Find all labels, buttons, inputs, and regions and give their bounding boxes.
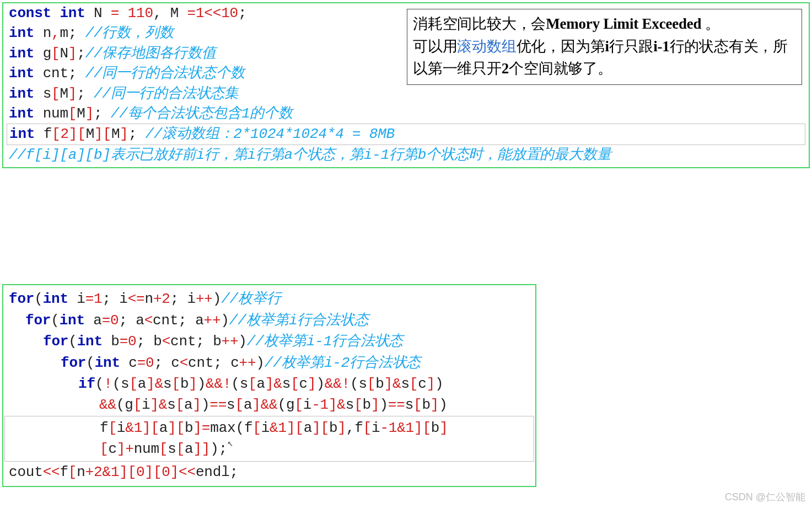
- callout-text: 个空间就够了。: [509, 60, 612, 77]
- code-line-highlight: f[i&1][a][b]=max(f[i&1][a][b],f[i-1&1][b…: [4, 416, 534, 462]
- callout-i: i: [605, 38, 609, 55]
- callout-roll: 滚动数组: [457, 38, 516, 55]
- code-line: if(!(s[a]&s[b])&&!(s[a]&s[c])&&!(s[b]&s[…: [9, 373, 530, 394]
- callout-mle: Memory Limit Exceeded: [546, 15, 701, 32]
- callout-text: 优化，因为第: [517, 38, 605, 55]
- callout-two: 2: [502, 60, 509, 77]
- callout-text: 。: [701, 15, 719, 32]
- cursor-icon: ↖: [227, 436, 233, 451]
- code-line: for(int a=0; a<cnt; a++)//枚举第i行合法状态: [9, 310, 530, 331]
- code-line: for(int i=1; i<=n+2; i++)//枚举行: [9, 288, 530, 309]
- callout-i1: i-1: [653, 38, 669, 55]
- code-line: //f[i][a][b]表示已放好前i行，第i行第a个状态，第i-1行第b个状态…: [9, 145, 803, 165]
- code-line: for(int c=0; c<cnt; c++)//枚举第i-2行合法状态: [9, 352, 530, 373]
- code-line-highlight: int f[2][M][M]; //滚动数组：2*1024*1024*4 = 8…: [7, 124, 805, 145]
- code-line: for(int b=0; b<cnt; b++)//枚举第i-1行合法状态: [9, 331, 530, 352]
- code-line: int num[M]; //每个合法状态包含1的个数: [9, 104, 803, 124]
- callout-text: 行只跟: [609, 38, 653, 55]
- callout-box: 消耗空间比较大，会Memory Limit Exceeded 。 可以用滚动数组…: [407, 9, 802, 85]
- code-line: &&(g[i]&s[a])==s[a]&&(g[i-1]&s[b])==s[b]…: [9, 394, 530, 415]
- loop-block: for(int i=1; i<=n+2; i++)//枚举行 for(int a…: [2, 284, 536, 487]
- callout-text: 消耗空间比较大，会: [413, 15, 546, 32]
- declarations-block: 消耗空间比较大，会Memory Limit Exceeded 。 可以用滚动数组…: [2, 2, 810, 168]
- code-line: int s[M]; //同一行的合法状态集: [9, 84, 803, 104]
- callout-text: 可以用: [413, 38, 457, 55]
- code-line: cout<<f[n+2&1][0][0]<<endl;: [9, 462, 530, 483]
